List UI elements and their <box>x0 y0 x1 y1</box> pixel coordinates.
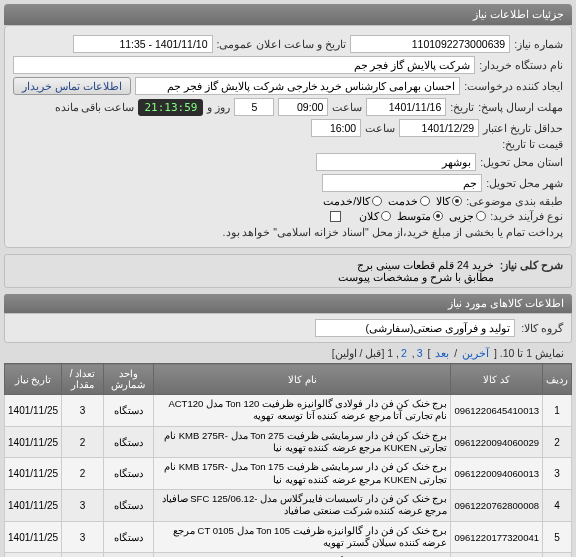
cell-date: 1401/11/25 <box>5 490 62 522</box>
cell-date: 1401/11/25 <box>5 521 62 553</box>
cell-qty: 2 <box>62 426 104 458</box>
table-header: نام کالا <box>154 364 451 395</box>
pager-page-2[interactable]: 2 <box>401 347 407 359</box>
pt-opt-minor[interactable]: جزیی <box>449 210 486 222</box>
cell-unit: دستگاه <box>103 395 153 427</box>
table-row: 40961220762800008برج خنک کن فن دار تاسیس… <box>5 490 572 522</box>
deadline-time: 09:00 <box>278 98 328 116</box>
cell-unit: دستگاه <box>103 426 153 458</box>
pager: نمایش 1 تا 10. [ آخرین / بعد ] 3, 2, 1 [… <box>4 343 572 363</box>
cell-code: 0961220094060029 <box>451 426 543 458</box>
cell-unit: دستگاه <box>103 553 153 557</box>
city-value: جم <box>322 174 482 192</box>
cell-unit: دستگاه <box>103 490 153 522</box>
cell-qty: 2 <box>62 458 104 490</box>
category-radio-group: کالا خدمت کالا/خدمت <box>323 195 462 207</box>
pager-page-1: 1 <box>387 347 393 359</box>
pt-opt-medium[interactable]: متوسط <box>397 210 443 222</box>
cell-name: برج خنک کن فن دار سرمایشی ظرفیت Ton 275 … <box>154 426 451 458</box>
validity-time-word: ساعت <box>365 122 395 134</box>
countdown-timer: 21:13:59 <box>138 99 203 116</box>
cell-index: 1 <box>543 395 572 427</box>
purchase-type-label: نوع فرآیند خرید: <box>490 210 563 222</box>
items-title: اطلاعات کالاهای مورد نیاز <box>4 294 572 313</box>
cell-code: 0961220094060013 <box>451 458 543 490</box>
need-summary-line2: مطابق با شرح و مشخصات پیوست <box>338 271 494 283</box>
deadline-remain: ساعت باقی مانده <box>55 101 135 113</box>
table-row: 60961220177320024برج خنک کن فن دار فایبر… <box>5 553 572 557</box>
cell-index: 6 <box>543 553 572 557</box>
items-table: ردیفکد کالانام کالاواحد شمارشتعداد / مقد… <box>4 363 572 557</box>
pager-suffix: [قبل / اولین] <box>332 347 385 359</box>
pager-next[interactable]: بعد <box>435 347 449 359</box>
table-header: کد کالا <box>451 364 543 395</box>
pager-range: نمایش 1 تا 10. [ <box>491 347 564 359</box>
cell-qty: 3 <box>62 521 104 553</box>
cell-date: 1401/11/25 <box>5 458 62 490</box>
cell-code: 0961220177320024 <box>451 553 543 557</box>
cell-index: 4 <box>543 490 572 522</box>
treasury-checkbox[interactable] <box>330 211 341 222</box>
cell-index: 2 <box>543 426 572 458</box>
radio-icon <box>452 196 462 206</box>
category-opt-khedmat[interactable]: خدمت <box>388 195 430 207</box>
radio-icon <box>420 196 430 206</box>
radio-icon <box>433 211 443 221</box>
city-label: شهر محل تحویل: <box>486 177 563 189</box>
cell-qty: 3 <box>62 490 104 522</box>
cell-index: 5 <box>543 521 572 553</box>
table-header: تاریخ نیاز <box>5 364 62 395</box>
pt-opt-major[interactable]: کلان <box>359 210 391 222</box>
table-header: تعداد / مقدار <box>62 364 104 395</box>
category-opt-both[interactable]: کالا/خدمت <box>323 195 382 207</box>
need-no-value: 1101092273000639 <box>350 35 510 53</box>
category-opt-kala[interactable]: کالا <box>436 195 462 207</box>
validity-date: 1401/12/29 <box>399 119 479 137</box>
radio-icon <box>381 211 391 221</box>
need-no-label: شماره نیاز: <box>514 38 563 50</box>
group-value: تولید و فرآوری صنعتی(سفارشی) <box>315 319 515 337</box>
validity-label: حداقل تاریخ اعتبار <box>483 122 563 134</box>
cell-index: 3 <box>543 458 572 490</box>
table-row: 30961220094060013برج خنک کن فن دار سرمای… <box>5 458 572 490</box>
cell-date: 1401/11/25 <box>5 553 62 557</box>
table-header: ردیف <box>543 364 572 395</box>
cell-name: برج خنک کن فن دار فولادی گالوانیزه ظرفیت… <box>154 395 451 427</box>
validity-label2: قیمت تا تاریخ: <box>502 138 563 150</box>
table-row: 10961220645410013برج خنک کن فن دار فولاد… <box>5 395 572 427</box>
validity-time: 16:00 <box>311 119 361 137</box>
cell-name: برج خنک کن فن دار تاسیسات فایبرگلاس مدل … <box>154 490 451 522</box>
cell-code: 0961220177320041 <box>451 521 543 553</box>
table-row: 50961220177320041برج خنک کن فن دار گالوا… <box>5 521 572 553</box>
deadline-date: 1401/11/16 <box>366 98 446 116</box>
cell-name: برج خنک کن فن دار گالوانیزه ظرفیت Ton 10… <box>154 521 451 553</box>
need-summary-label: شرح کلی نیاز: <box>500 259 563 283</box>
deadline-time-word: ساعت <box>332 101 362 113</box>
cell-name: برج خنک کن فن دار سرمایشی ظرفیت Ton 175 … <box>154 458 451 490</box>
cell-unit: دستگاه <box>103 521 153 553</box>
treasury-note: پرداخت تمام یا بخشی از مبلغ خرید،از محل … <box>223 226 563 238</box>
buyer-org-label: نام دستگاه خریدار: <box>479 59 563 71</box>
table-row: 20961220094060029برج خنک کن فن دار سرمای… <box>5 426 572 458</box>
group-label: گروه کالا: <box>521 322 563 334</box>
need-info-panel: شماره نیاز: 1101092273000639 تاریخ و ساع… <box>4 25 572 248</box>
table-header: واحد شمارش <box>103 364 153 395</box>
buyer-contact-button[interactable]: اطلاعات تماس خریدار <box>13 77 131 95</box>
cell-date: 1401/11/25 <box>5 426 62 458</box>
radio-icon <box>372 196 382 206</box>
pub-datetime-label: تاریخ و ساعت اعلان عمومی: <box>217 38 347 50</box>
cell-code: 0961220645410013 <box>451 395 543 427</box>
page-title: جزئیات اطلاعات نیاز <box>4 4 572 25</box>
pager-page-3[interactable]: 3 <box>417 347 423 359</box>
deadline-days-suffix: روز و <box>207 101 230 113</box>
province-label: استان محل تحویل: <box>480 156 563 168</box>
cell-date: 1401/11/25 <box>5 395 62 427</box>
province-value: بوشهر <box>316 153 476 171</box>
deadline-date-word: تاریخ: <box>450 101 474 113</box>
deadline-label: مهلت ارسال پاسخ: <box>478 101 563 113</box>
cell-name: برج خنک کن فن دار فایبرگلاس ظرفیت Ton 60… <box>154 553 451 557</box>
pub-datetime-value: 1401/11/10 - 11:35 <box>73 35 213 53</box>
buyer-org-value: شرکت پالایش گاز فجر جم <box>13 56 475 74</box>
cell-code: 0961220762800008 <box>451 490 543 522</box>
pager-last[interactable]: آخرین <box>462 347 489 359</box>
